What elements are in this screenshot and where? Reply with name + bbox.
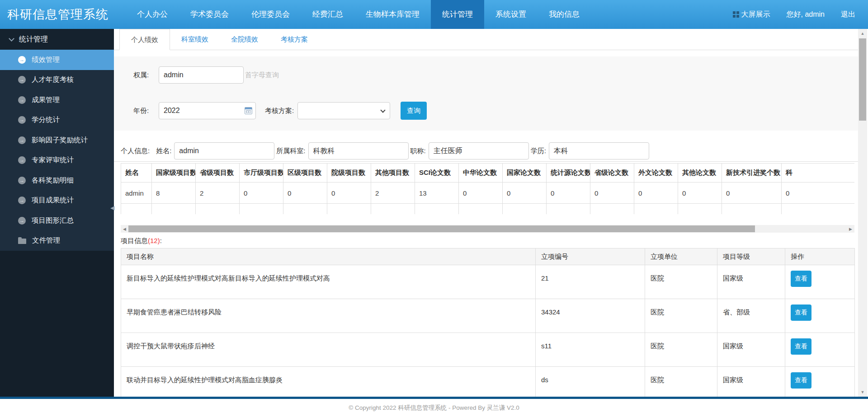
- horizontal-scrollbar-thumb[interactable]: [128, 225, 755, 232]
- view-button[interactable]: 查看: [791, 372, 811, 389]
- topnav-item-5[interactable]: 统计管理: [431, 0, 484, 29]
- stats-empty-cell-5: [327, 204, 371, 215]
- sidebar-item-0[interactable]: →绩效管理: [0, 50, 114, 70]
- circle-arrow-icon: →: [18, 177, 26, 184]
- stats-cell-12: 0: [634, 183, 678, 204]
- sidebar-item-label: 绩效管理: [32, 55, 60, 65]
- stats-empty-cell-13: [678, 204, 722, 215]
- year-input[interactable]: [159, 102, 256, 119]
- stats-col-1: 国家级项目数: [152, 164, 196, 183]
- stats-cell-14: 0: [722, 183, 782, 204]
- project-grade: 国家级: [717, 265, 785, 299]
- personal-field-input-2[interactable]: [429, 142, 529, 159]
- big-screen-label: 大屏展示: [741, 10, 770, 19]
- tab-0[interactable]: 个人绩效: [119, 29, 170, 50]
- circle-arrow-icon: →: [18, 76, 26, 84]
- sidebar-item-7[interactable]: →项目成果统计: [0, 191, 114, 211]
- project-unit: 医院: [645, 333, 717, 367]
- stats-empty-cell-0: [121, 204, 152, 215]
- sidebar-item-2[interactable]: →成果管理: [0, 90, 114, 110]
- stats-col-3: 市厅级项目数: [240, 164, 283, 183]
- project-name: 新目标导入的延续性护理模式对高新目标导入的延续性护理模式对高: [121, 265, 536, 299]
- sidebar-collapse-handle[interactable]: ◀: [110, 205, 114, 211]
- stats-cell-7: 13: [415, 183, 459, 204]
- owner-input[interactable]: [159, 66, 244, 84]
- project-name: 早期食管癌患者淋巴结转移风险: [121, 299, 536, 333]
- user-greeting[interactable]: 您好, admin: [787, 10, 825, 19]
- personal-field-input-0[interactable]: [174, 142, 274, 159]
- topnav-item-3[interactable]: 经费汇总: [301, 0, 354, 29]
- sidebar-menu: →绩效管理→人才年度考核→成果管理→学分统计→影响因子奖励统计→专家评审统计→各…: [0, 50, 114, 251]
- owner-label: 权属:: [133, 71, 155, 80]
- project-row-3: 联动并目标导入的延续性护理模式对高脂血症胰腺炎ds医院国家级查看: [121, 367, 855, 397]
- personal-field-input-1[interactable]: [308, 142, 409, 159]
- sidebar-group-statistics[interactable]: 统计管理: [0, 29, 114, 50]
- owner-row: 权属: 首字母查询: [114, 66, 858, 84]
- stats-empty-cell-7: [415, 204, 459, 215]
- stats-empty-cell-15: [782, 204, 855, 215]
- sidebar-item-3[interactable]: →学分统计: [0, 110, 114, 131]
- vertical-scrollbar-thumb[interactable]: [859, 38, 866, 121]
- sidebar-item-1[interactable]: →人才年度考核: [0, 70, 114, 90]
- stats-col-13: 其他论文数: [678, 164, 722, 183]
- tab-1[interactable]: 科室绩效: [170, 29, 220, 50]
- tab-2[interactable]: 全院绩效: [220, 29, 269, 50]
- year-row: 年份: 考核方案: 查询: [114, 102, 858, 120]
- sidebar-item-4[interactable]: →影响因子奖励统计: [0, 130, 114, 150]
- sidebar-item-6[interactable]: →各科奖励明细: [0, 170, 114, 191]
- stats-cell-8: 0: [459, 183, 503, 204]
- topnav-item-4[interactable]: 生物样本库管理: [354, 0, 431, 29]
- calendar-icon[interactable]: [245, 107, 252, 114]
- stats-cell-1: 8: [152, 183, 196, 204]
- tab-3[interactable]: 考核方案: [269, 29, 319, 50]
- year-label: 年份:: [133, 107, 155, 115]
- search-button[interactable]: 查询: [401, 102, 427, 120]
- projects-body: 新目标导入的延续性护理模式对高新目标导入的延续性护理模式对高21医院国家级查看早…: [121, 265, 855, 397]
- stats-cell-9: 0: [503, 183, 547, 204]
- project-actions: 查看: [785, 265, 855, 299]
- personal-field-label-2: 职称:: [410, 147, 426, 155]
- stats-empty-cell-4: [283, 204, 327, 215]
- sidebar-item-label: 学分统计: [32, 115, 60, 125]
- plan-select[interactable]: [297, 102, 390, 119]
- stats-cell-11: 0: [590, 183, 634, 204]
- projects-col-4: 操作: [785, 248, 855, 265]
- project-unit: 医院: [645, 265, 717, 299]
- sidebar-item-label: 影响因子奖励统计: [32, 136, 88, 145]
- topnav-item-0[interactable]: 个人办公: [126, 0, 179, 29]
- stats-empty-row: [121, 204, 855, 215]
- personal-field-input-3[interactable]: [549, 142, 649, 159]
- stats-empty-cell-6: [371, 204, 415, 215]
- big-screen-link[interactable]: 大屏展示: [733, 10, 770, 19]
- logout-link[interactable]: 退出: [841, 10, 855, 19]
- scroll-down-icon[interactable]: ▼: [858, 390, 867, 394]
- stats-col-5: 院级项目数: [327, 164, 371, 183]
- sidebar-item-8[interactable]: →项目图形汇总: [0, 211, 114, 231]
- topnav-item-6[interactable]: 系统设置: [484, 0, 538, 29]
- project-code: 21: [536, 265, 645, 299]
- personal-field-label-1: 所属科室:: [276, 147, 305, 155]
- stats-data-row: admin8200021300000000: [121, 183, 855, 204]
- projects-col-3: 项目等级: [717, 248, 785, 265]
- scroll-up-icon[interactable]: ▲: [858, 31, 867, 36]
- projects-col-1: 立项编号: [536, 248, 645, 265]
- horizontal-scrollbar[interactable]: ◀ ▶: [121, 225, 854, 233]
- chevron-down-icon: [9, 36, 14, 42]
- view-button[interactable]: 查看: [791, 305, 811, 321]
- stats-col-2: 省级项目数: [196, 164, 240, 183]
- topnav-item-2[interactable]: 伦理委员会: [240, 0, 301, 29]
- stats-col-12: 外文论文数: [634, 164, 678, 183]
- topnav-item-1[interactable]: 学术委员会: [179, 0, 240, 29]
- view-button[interactable]: 查看: [791, 271, 811, 287]
- stats-cell-13: 0: [678, 183, 722, 204]
- view-button[interactable]: 查看: [791, 338, 811, 355]
- stats-col-15: 科: [782, 164, 855, 183]
- scroll-left-icon[interactable]: ◀: [121, 227, 128, 231]
- sidebar-item-5[interactable]: →专家评审统计: [0, 150, 114, 171]
- app-title: 科研信息管理系统: [0, 6, 126, 23]
- topnav-item-7[interactable]: 我的信息: [538, 0, 591, 29]
- vertical-scrollbar[interactable]: ▲ ▼: [858, 29, 867, 397]
- sidebar-item-9[interactable]: 文件管理: [0, 231, 114, 251]
- project-grade: 国家级: [717, 367, 785, 397]
- scroll-right-icon[interactable]: ▶: [847, 227, 854, 231]
